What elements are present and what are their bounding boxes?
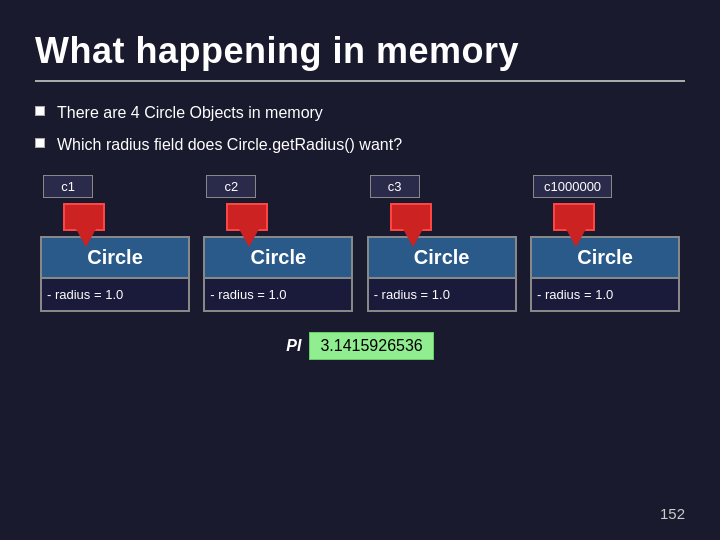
circle-field-1: - radius = 1.0 xyxy=(205,279,351,310)
objects-row: c1 Circle - radius = 1.0 c2 Circle - rad… xyxy=(35,175,685,312)
page-title: What happening in memory xyxy=(35,30,685,72)
page-number: 152 xyxy=(660,505,685,522)
circle-object-0: Circle - radius = 1.0 xyxy=(40,236,190,312)
pointer-box-0 xyxy=(63,203,105,231)
bullet-icon-1 xyxy=(35,106,45,116)
bullet-icon-2 xyxy=(35,138,45,148)
var-label-1: c2 xyxy=(206,175,256,198)
var-label-0: c1 xyxy=(43,175,93,198)
circle-object-3: Circle - radius = 1.0 xyxy=(530,236,680,312)
pi-value: 3.1415926536 xyxy=(309,332,433,360)
object-col-0: c1 Circle - radius = 1.0 xyxy=(35,175,195,312)
object-col-3: c1000000 Circle - radius = 1.0 xyxy=(525,175,685,312)
var-label-2: c3 xyxy=(370,175,420,198)
circle-field-0: - radius = 1.0 xyxy=(42,279,188,310)
pointer-box-2 xyxy=(390,203,432,231)
var-label-3: c1000000 xyxy=(533,175,612,198)
arrow-1 xyxy=(198,198,358,236)
object-col-2: c3 Circle - radius = 1.0 xyxy=(362,175,522,312)
arrow-down-3 xyxy=(566,229,586,247)
arrow-2 xyxy=(362,198,522,236)
pi-row: PI 3.1415926536 xyxy=(35,332,685,360)
bullet-text-2: Which radius field does Circle.getRadius… xyxy=(57,134,402,156)
object-col-1: c2 Circle - radius = 1.0 xyxy=(198,175,358,312)
arrow-0 xyxy=(35,198,195,236)
pointer-box-3 xyxy=(553,203,595,231)
circle-class-1: Circle xyxy=(205,238,351,279)
circle-field-2: - radius = 1.0 xyxy=(369,279,515,310)
arrow-down-0 xyxy=(76,229,96,247)
arrow-down-1 xyxy=(239,229,259,247)
bullet-item-2: Which radius field does Circle.getRadius… xyxy=(35,134,685,156)
title-area: What happening in memory xyxy=(35,30,685,82)
bullets-section: There are 4 Circle Objects in memory Whi… xyxy=(35,102,685,157)
slide: What happening in memory There are 4 Cir… xyxy=(0,0,720,540)
circle-field-3: - radius = 1.0 xyxy=(532,279,678,310)
circle-object-2: Circle - radius = 1.0 xyxy=(367,236,517,312)
pointer-box-1 xyxy=(226,203,268,231)
pi-label: PI xyxy=(286,337,301,355)
bullet-text-1: There are 4 Circle Objects in memory xyxy=(57,102,323,124)
circle-class-0: Circle xyxy=(42,238,188,279)
circle-object-1: Circle - radius = 1.0 xyxy=(203,236,353,312)
arrow-down-2 xyxy=(403,229,423,247)
bullet-item-1: There are 4 Circle Objects in memory xyxy=(35,102,685,124)
circle-class-3: Circle xyxy=(532,238,678,279)
circle-class-2: Circle xyxy=(369,238,515,279)
arrow-3 xyxy=(525,198,685,236)
